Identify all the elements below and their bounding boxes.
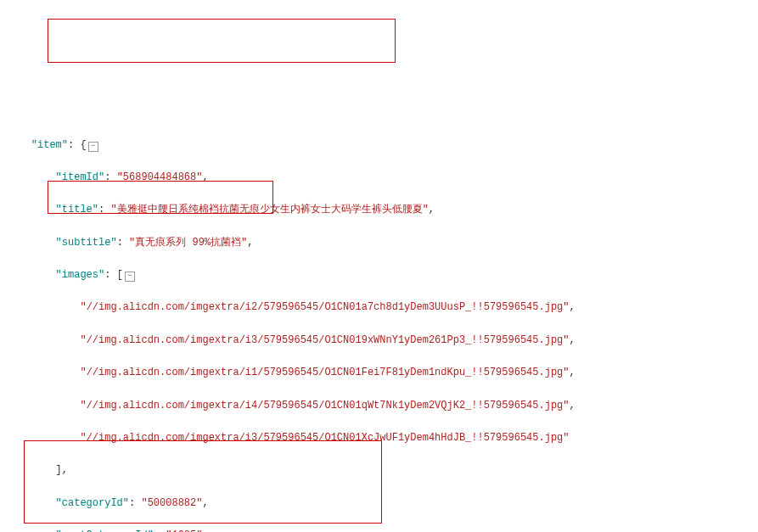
key: subtitle	[62, 237, 111, 249]
val: 50008882	[148, 497, 197, 509]
val: 568904484868	[123, 171, 196, 183]
json-line: "//img.alicdn.com/imgextra/i3/579596545/…	[7, 333, 751, 349]
highlight-box-1	[48, 19, 396, 63]
json-line: ],	[7, 462, 751, 479]
key: title	[62, 204, 93, 216]
val: //img.alicdn.com/imgextra/i2/579596545/O…	[87, 301, 564, 313]
key: categoryId	[62, 497, 123, 509]
val: 美雅挺中腰日系纯棉裆抗菌无痕少女生内裤女士大码学生裤头低腰夏	[117, 204, 423, 216]
json-line: "//img.alicdn.com/imgextra/i2/579596545/…	[7, 300, 751, 316]
val: //img.alicdn.com/imgextra/i3/579596545/O…	[87, 334, 564, 346]
collapse-icon[interactable]: −	[125, 272, 135, 282]
collapse-icon[interactable]: −	[88, 142, 98, 152]
item-key: item	[37, 139, 62, 151]
json-line: "itemId": "568904484868",	[7, 170, 751, 186]
json-line: "//img.alicdn.com/imgextra/i3/579596545/…	[7, 430, 751, 446]
json-line: "item": {−	[7, 137, 751, 154]
key: images	[62, 269, 98, 281]
json-line: "//img.alicdn.com/imgextra/i1/579596545/…	[7, 365, 751, 381]
json-line: "subtitle": "真无痕系列 99%抗菌裆",	[7, 235, 751, 251]
val: 真无痕系列 99%抗菌裆	[135, 237, 241, 249]
val: //img.alicdn.com/imgextra/i1/579596545/O…	[87, 367, 564, 378]
val: //img.alicdn.com/imgextra/i3/579596545/O…	[87, 432, 564, 444]
json-line: "title": "美雅挺中腰日系纯棉裆抗菌无痕少女生内裤女士大码学生裤头低腰夏…	[7, 202, 751, 218]
json-line: "categoryId": "50008882",	[7, 496, 751, 512]
val: //img.alicdn.com/imgextra/i4/579596545/O…	[87, 400, 564, 412]
key: itemId	[62, 171, 98, 183]
json-line: "rootCategoryId": "1625",	[7, 528, 751, 532]
json-line: "//img.alicdn.com/imgextra/i4/579596545/…	[7, 398, 751, 414]
json-line: "images": [−	[7, 267, 751, 283]
